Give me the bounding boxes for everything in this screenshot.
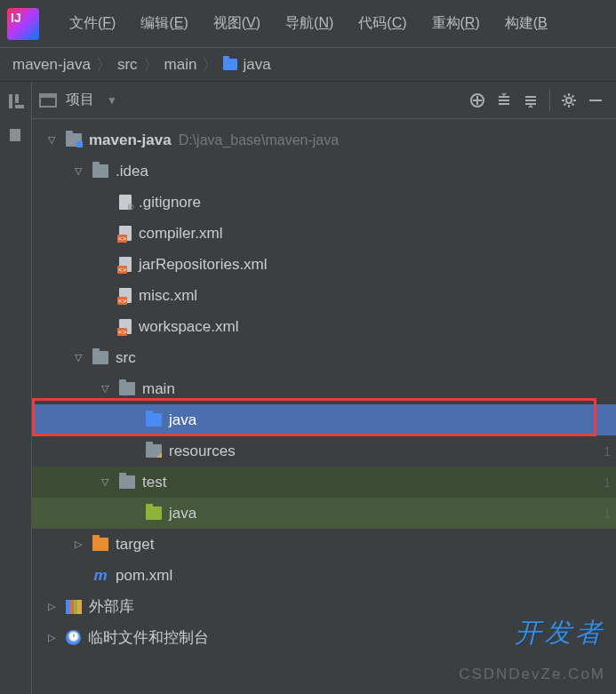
tree-folder-idea[interactable]: ▽ .idea — [32, 156, 616, 187]
folder-icon — [223, 59, 237, 70]
folder-icon — [119, 475, 135, 489]
tree-folder-src[interactable]: ▽ src — [32, 342, 616, 373]
svg-rect-14 — [589, 100, 602, 101]
project-tree: ▽ maven-java D:\java_base\maven-java ▽ .… — [32, 119, 616, 694]
menu-view[interactable]: 视图(V) — [201, 14, 273, 33]
scratches-icon — [66, 630, 81, 645]
chevron-right-icon: 〉 — [202, 54, 218, 76]
watermark-site: CSDNDevZe.CoM — [459, 666, 605, 683]
chevron-down-icon[interactable]: ▽ — [75, 352, 87, 363]
svg-rect-3 — [10, 129, 20, 141]
xml-file-icon — [119, 257, 132, 272]
menu-refactor[interactable]: 重构(R) — [420, 14, 492, 33]
tree-file[interactable]: compiler.xml — [32, 218, 616, 249]
module-folder-icon — [66, 133, 82, 147]
breadcrumb-item[interactable]: java — [243, 56, 270, 74]
tool-gutter — [0, 82, 32, 694]
select-opened-file-button[interactable] — [464, 87, 491, 114]
folder-icon — [119, 382, 135, 395]
tree-module-root[interactable]: ▽ maven-java D:\java_base\maven-java — [32, 124, 616, 156]
folder-icon — [92, 164, 108, 178]
collapse-all-button[interactable] — [517, 87, 544, 114]
xml-file-icon — [119, 319, 132, 334]
breadcrumb-item[interactable]: maven-java — [12, 56, 91, 74]
tree-file[interactable]: misc.xml — [32, 280, 616, 311]
chevron-down-icon[interactable]: ▽ — [75, 165, 87, 177]
libraries-icon — [66, 600, 82, 614]
chevron-right-icon: 〉 — [143, 54, 159, 76]
files-gutter-icon[interactable] — [7, 126, 25, 144]
menu-code[interactable]: 代码(C) — [346, 14, 419, 33]
test-source-folder-icon — [146, 507, 162, 520]
maven-file-icon: m — [92, 569, 108, 582]
breadcrumb: maven-java 〉 src 〉 main 〉 java — [0, 48, 616, 82]
tree-folder-test[interactable]: ▽ test 1 — [32, 467, 616, 498]
breadcrumb-item[interactable]: main — [164, 56, 197, 74]
folder-icon — [92, 351, 108, 364]
tree-folder-test-java[interactable]: java 1 — [32, 498, 616, 529]
chevron-right-icon[interactable]: ▷ — [48, 601, 60, 612]
menu-edit[interactable]: 编辑(E) — [128, 14, 200, 33]
project-view-icon[interactable] — [39, 93, 57, 108]
tree-file[interactable]: .gitignore — [32, 187, 616, 218]
structure-gutter-icon[interactable] — [7, 92, 25, 110]
tree-folder-main[interactable]: ▽ main — [32, 373, 616, 404]
chevron-right-icon[interactable]: ▷ — [48, 632, 60, 643]
panel-title: 项目 — [66, 91, 94, 109]
resources-folder-icon — [146, 444, 162, 458]
chevron-down-icon[interactable]: ▽ — [101, 476, 114, 488]
tree-file-pom[interactable]: m pom.xml — [32, 560, 616, 591]
chevron-right-icon[interactable]: ▷ — [75, 538, 87, 550]
tree-folder-resources[interactable]: resources 1 — [32, 435, 616, 467]
svg-rect-0 — [9, 94, 12, 108]
xml-file-icon — [119, 288, 132, 303]
menu-navigate[interactable]: 导航(N) — [273, 14, 346, 33]
panel-header: 项目 ▼ — [32, 82, 616, 119]
divider — [549, 90, 550, 111]
tree-folder-target[interactable]: ▷ target — [32, 529, 616, 560]
expand-all-button[interactable] — [491, 87, 517, 114]
gitignore-file-icon — [119, 195, 132, 210]
chevron-down-icon[interactable]: ▽ — [101, 383, 114, 395]
menu-file[interactable]: 文件(F) — [57, 14, 128, 33]
chevron-down-icon[interactable]: ▽ — [48, 134, 60, 146]
menubar: 文件(F) 编辑(E) 视图(V) 导航(N) 代码(C) 重构(R) 构建(B — [0, 0, 616, 48]
tree-folder-java-selected[interactable]: java — [32, 404, 616, 435]
svg-rect-2 — [15, 105, 24, 108]
excluded-folder-icon — [92, 538, 108, 551]
svg-rect-1 — [15, 94, 19, 103]
tree-file[interactable]: jarRepositories.xml — [32, 249, 616, 280]
tree-file[interactable]: workspace.xml — [32, 311, 616, 342]
watermark-brand: 开发者 — [515, 615, 605, 651]
project-panel: 项目 ▼ ▽ maven-java D:\java_base\maven-jav… — [32, 82, 616, 694]
menu-build[interactable]: 构建(B — [492, 14, 560, 33]
hide-button[interactable] — [582, 87, 609, 114]
gear-icon[interactable] — [556, 87, 582, 114]
chevron-right-icon: 〉 — [96, 54, 112, 76]
intellij-icon — [7, 8, 39, 40]
breadcrumb-item[interactable]: src — [117, 56, 138, 74]
svg-point-13 — [566, 98, 572, 103]
source-folder-icon — [146, 413, 162, 427]
chevron-down-icon[interactable]: ▼ — [107, 94, 117, 107]
xml-file-icon — [119, 226, 132, 241]
